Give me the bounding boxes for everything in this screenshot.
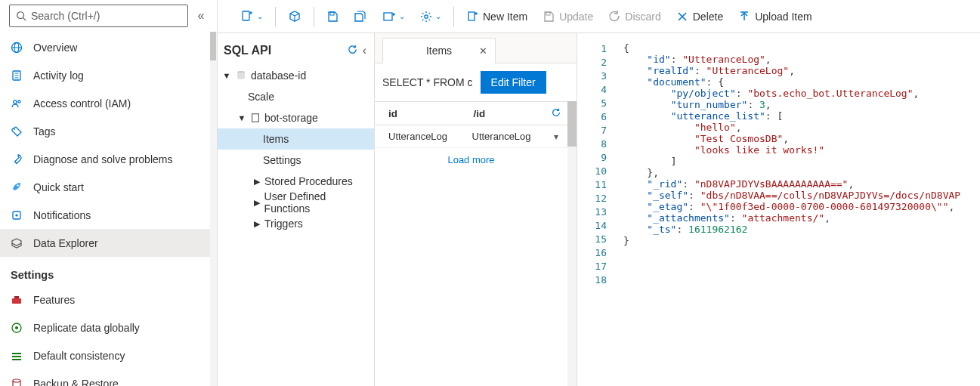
tab-items[interactable]: Items ✕ [382,38,496,63]
svg-point-14 [15,214,17,216]
svg-point-10 [18,100,20,102]
edit-filter-button[interactable]: Edit Filter [481,71,546,94]
filter-row: SELECT * FROM c Edit Filter [375,63,577,101]
consistency-icon [11,350,27,362]
sidebar-item-activity-log[interactable]: Activity log [0,61,217,89]
settings-dropdown-button[interactable]: ⌄ [413,2,449,31]
items-panel: Items ✕ SELECT * FROM c Edit Filter id /… [375,33,577,386]
items-refresh-button[interactable] [545,107,567,120]
row-id-cell: UtteranceLog [375,131,459,142]
upload-item-button[interactable]: Upload Item [731,2,819,31]
items-row[interactable]: UtteranceLog UtteranceLog ▾ [375,125,567,148]
tree-settings[interactable]: Settings [218,150,374,171]
tree-sproc[interactable]: ▶Stored Procedures [218,171,374,192]
sidebar-item-label: Quick start [33,181,84,193]
tree-refresh-button[interactable] [344,44,361,57]
filter-query-text: SELECT * FROM c [382,76,473,88]
tree-udf-label: User Defined Functions [264,190,371,215]
tree-items[interactable]: Items [218,128,374,150]
load-more-button[interactable]: Load more [375,148,567,171]
svg-rect-40 [252,114,259,122]
collapse-sidebar-button[interactable]: « [188,9,209,23]
search-placeholder: Search (Ctrl+/) [31,10,100,22]
delete-icon [676,11,688,23]
data-explorer-icon [11,237,27,249]
sidebar-item-data-explorer[interactable]: Data Explorer [0,229,217,257]
column-header-partition[interactable]: /id [460,108,546,119]
svg-point-12 [17,184,18,186]
content-area: SQL API ‹ ▼ database-id Scale ▼ bot-stor… [218,33,980,386]
svg-line-1 [23,18,26,21]
people-icon [11,97,27,110]
delete-button[interactable]: Delete [669,2,731,31]
svg-rect-16 [14,296,19,298]
tree-udf[interactable]: ▶User Defined Functions [218,192,374,213]
chevron-down-icon: ▼ [237,113,246,122]
column-header-id[interactable]: id [375,108,460,119]
sidebar-item-features[interactable]: Features [0,286,217,313]
sidebar-item-quickstart[interactable]: Quick start [0,173,217,201]
container-button[interactable] [280,2,309,31]
new-dropdown-button[interactable]: ⌄ [233,2,271,31]
tree-database[interactable]: ▼ database-id [218,65,374,86]
refresh-icon [551,107,561,118]
gear-icon [420,11,432,23]
chevron-down-icon: ▼ [222,71,231,80]
sidebar-item-backup[interactable]: Backup & Restore [0,369,217,386]
tab-close-button[interactable]: ✕ [479,45,487,57]
document-icon [250,113,261,123]
tree-items-label: Items [263,133,289,145]
new-item-label: New Item [483,11,527,23]
tree-triggers-label: Triggers [264,218,303,230]
wrench-icon [11,153,27,165]
open-dropdown-button[interactable]: ⌄ [375,2,413,31]
sidebar-item-replicate[interactable]: Replicate data globally [0,313,217,341]
replicate-icon [11,322,27,334]
sidebar-item-overview[interactable]: Overview [0,33,217,61]
tree-collapse-button[interactable]: ‹ [361,44,368,57]
row-expand-button[interactable]: ▾ [545,131,567,142]
json-code[interactable]: { "id": "UtteranceLog", "realId": "Utter… [619,33,980,386]
svg-point-18 [15,326,18,329]
update-icon [543,11,555,23]
sidebar-item-diagnose[interactable]: Diagnose and solve problems [0,145,217,173]
svg-rect-27 [384,13,392,20]
sidebar-item-consistency[interactable]: Default consistency [0,341,217,369]
settings-header: Settings [0,257,217,286]
resource-sidebar: Search (Ctrl+/) « Overview Activity log … [0,0,218,386]
sidebar-item-notifications[interactable]: Notifications [0,201,217,229]
sidebar-scrollbar[interactable] [210,32,217,386]
save-icon [326,11,339,23]
svg-point-0 [17,12,24,19]
features-icon [11,294,27,306]
sidebar-item-tags[interactable]: Tags [0,117,217,145]
save-all-button[interactable] [346,2,375,31]
document-editor[interactable]: 123456789 101112131415161718 { "id": "Ut… [577,33,980,386]
items-scrollbar[interactable] [567,101,577,386]
tab-label: Items [426,45,452,57]
save-button[interactable] [319,2,346,31]
update-label: Update [559,11,593,23]
svg-point-11 [14,128,15,130]
tree-scale[interactable]: Scale [218,86,374,107]
refresh-icon [347,44,358,55]
new-item-button[interactable]: New Item [459,2,535,31]
svg-point-9 [14,100,17,103]
svg-rect-31 [468,12,475,20]
toolbar: ⌄ ⌄ ⌄ New Item Update [218,0,980,33]
row-partition-cell: UtteranceLog [459,131,543,142]
log-icon [11,69,27,82]
search-input[interactable]: Search (Ctrl+/) [9,5,188,27]
main-area: ⌄ ⌄ ⌄ New Item Update [218,0,980,386]
tree-triggers[interactable]: ▶Triggers [218,213,374,234]
new-item-icon [466,11,478,23]
sidebar-item-access-control[interactable]: Access control (IAM) [0,89,217,117]
sidebar-nav: Overview Activity log Access control (IA… [0,30,217,386]
sidebar-item-label: Access control (IAM) [33,97,131,110]
sidebar-item-label: Default consistency [33,350,125,362]
tree-sproc-label: Stored Procedures [264,175,353,187]
cube-icon [288,10,301,23]
sidebar-item-label: Features [33,294,75,306]
tree-container[interactable]: ▼ bot-storage [218,107,374,128]
sidebar-item-label: Backup & Restore [33,378,119,387]
